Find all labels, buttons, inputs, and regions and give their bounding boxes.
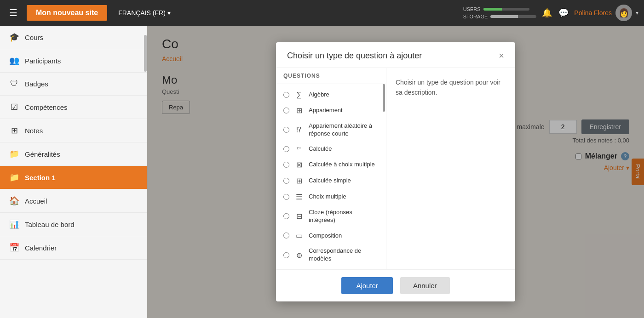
- participants-icon: 👥: [9, 56, 19, 66]
- main-layout: 🎓 Cours 👥 Participants 🛡 Badges ☑ Compét…: [0, 26, 644, 318]
- topnav-icons: 🔔 💬: [542, 8, 569, 18]
- appariement-aleatoire-icon: ⁉: [294, 125, 304, 134]
- sidebar-item-participants[interactable]: 👥 Participants: [0, 49, 147, 73]
- modal-item-appariement-aleatoire[interactable]: ⁉ Appariement aléatoire à réponse courte: [276, 119, 386, 142]
- sidebar-item-badges-label: Badges: [25, 80, 48, 88]
- modal-item-appariement[interactable]: ⊞ Appariement: [276, 102, 386, 119]
- modal-close-button[interactable]: ×: [499, 51, 504, 61]
- users-label: USERS: [463, 6, 481, 12]
- modal-item-algebre[interactable]: ∑ Algèbre: [276, 87, 386, 102]
- sidebar: 🎓 Cours 👥 Participants 🛡 Badges ☑ Compét…: [0, 26, 147, 318]
- storage-progress-bar: [490, 15, 536, 18]
- content-area: Co Accueil Mo Questi Repa Note maximale …: [147, 26, 644, 318]
- calculee-icon: ²⁺: [294, 146, 304, 152]
- modal-description: Choisir un type de question pour voir sa…: [396, 77, 506, 98]
- algebre-icon: ∑: [294, 91, 304, 99]
- modal-item-calculee-choix[interactable]: ⊠ Calculée à choix multiple: [276, 157, 386, 173]
- choix-multiple-icon: ☰: [294, 193, 304, 201]
- appariement-radio[interactable]: [283, 108, 289, 114]
- modal-questions-list: ∑ Algèbre ⊞ Appariement ⁉ Appariement al…: [276, 84, 386, 269]
- modal-description-panel: Choisir un type de question pour voir sa…: [386, 68, 515, 269]
- sidebar-item-accueil-label: Accueil: [25, 197, 47, 205]
- calculee-simple-radio[interactable]: [283, 178, 289, 184]
- calculee-simple-icon: ⊞: [294, 176, 304, 185]
- tableau-icon: 📊: [9, 219, 19, 229]
- modal-title: Choisir un type de question à ajouter: [287, 51, 422, 61]
- modal-header: Choisir un type de question à ajouter ×: [276, 42, 515, 68]
- modal-item-choix-multiple[interactable]: ☰ Choix multiple: [276, 189, 386, 205]
- modal-question-type: Choisir un type de question à ajouter × …: [276, 42, 515, 301]
- composition-radio[interactable]: [283, 233, 289, 238]
- calculee-radio[interactable]: [283, 146, 289, 152]
- notes-icon: ⊞: [9, 125, 19, 136]
- appariement-icon: ⊞: [294, 106, 304, 115]
- calculee-choix-icon: ⊠: [294, 160, 304, 169]
- sidebar-item-generalites-label: Généralités: [25, 150, 60, 158]
- correspondance-icon: ⊜: [294, 251, 304, 260]
- hamburger-button[interactable]: ☰: [6, 4, 21, 22]
- generalites-icon: 📁: [9, 149, 19, 159]
- modal-questions-panel: QUESTIONS ∑ Algèbre ⊞ Appariement: [276, 68, 386, 269]
- appariement-aleatoire-radio[interactable]: [283, 127, 289, 133]
- modal-questions-header: QUESTIONS: [276, 68, 386, 84]
- sidebar-item-accueil[interactable]: 🏠 Accueil: [0, 189, 147, 213]
- username-label: Polina Flores: [574, 9, 612, 17]
- modal-item-cloze[interactable]: ⊟ Cloze (réponses intégrées): [276, 205, 386, 228]
- sidebar-item-competences-label: Compétences: [25, 103, 68, 111]
- sidebar-item-calendrier[interactable]: 📅 Calendrier: [0, 236, 147, 260]
- calendrier-icon: 📅: [9, 243, 19, 253]
- correspondance-label: Correspondance de modèles: [309, 247, 379, 263]
- avatar: 👩: [615, 5, 632, 21]
- bell-icon[interactable]: 🔔: [542, 8, 552, 18]
- calculee-choix-label: Calculée à choix multiple: [309, 161, 375, 169]
- sidebar-item-cours-label: Cours: [25, 34, 43, 41]
- accueil-icon: 🏠: [9, 196, 19, 206]
- composition-label: Composition: [309, 232, 342, 239]
- cloze-icon: ⊟: [294, 212, 304, 221]
- modal-body: QUESTIONS ∑ Algèbre ⊞ Appariement: [276, 68, 515, 269]
- sidebar-item-cours[interactable]: 🎓 Cours: [0, 26, 147, 49]
- sidebar-item-section1[interactable]: 📁 Section 1: [0, 166, 147, 189]
- sidebar-item-notes[interactable]: ⊞ Notes: [0, 119, 147, 142]
- modal-cancel-button[interactable]: Annuler: [400, 277, 450, 294]
- cours-icon: 🎓: [9, 32, 19, 42]
- modal-footer: Ajouter Annuler: [276, 269, 515, 301]
- algebre-radio[interactable]: [283, 91, 289, 97]
- appariement-aleatoire-label: Appariement aléatoire à réponse courte: [309, 122, 379, 138]
- choix-multiple-radio[interactable]: [283, 194, 289, 200]
- language-caret-icon: ▾: [167, 9, 171, 17]
- sidebar-item-badges[interactable]: 🛡 Badges: [0, 73, 147, 96]
- modal-item-composition[interactable]: ▭ Composition: [276, 227, 386, 244]
- modal-item-calculee[interactable]: ²⁺ Calculée: [276, 142, 386, 157]
- user-caret-icon: ▾: [636, 10, 638, 16]
- users-storage-info: USERS STORAGE: [463, 6, 537, 19]
- sidebar-item-competences[interactable]: ☑ Compétences: [0, 96, 147, 119]
- chat-icon[interactable]: 💬: [558, 8, 569, 18]
- sidebar-item-notes-label: Notes: [25, 127, 43, 135]
- modal-list-scrollbar[interactable]: [383, 84, 385, 112]
- topnav: ☰ Mon nouveau site FRANÇAIS (FR) ▾ USERS…: [0, 0, 644, 26]
- language-selector[interactable]: FRANÇAIS (FR) ▾: [118, 9, 171, 17]
- site-name: Mon nouveau site: [27, 5, 107, 21]
- cloze-radio[interactable]: [283, 213, 289, 219]
- calculee-choix-radio[interactable]: [283, 162, 289, 168]
- sidebar-item-section1-label: Section 1: [25, 174, 56, 182]
- composition-icon: ▭: [294, 231, 304, 240]
- appariement-label: Appariement: [309, 107, 343, 114]
- sidebar-item-participants-label: Participants: [25, 57, 61, 65]
- cloze-label: Cloze (réponses intégrées): [309, 209, 379, 224]
- calculee-simple-label: Calculée simple: [309, 177, 351, 185]
- correspondance-radio[interactable]: [283, 252, 289, 258]
- sidebar-item-generalites[interactable]: 📁 Généralités: [0, 142, 147, 166]
- sidebar-item-calendrier-label: Calendrier: [25, 244, 57, 252]
- modal-item-correspondance[interactable]: ⊜ Correspondance de modèles: [276, 244, 386, 267]
- sidebar-item-tableau-label: Tableau de bord: [25, 221, 75, 228]
- sidebar-item-tableau[interactable]: 📊 Tableau de bord: [0, 213, 147, 236]
- modal-item-calculee-simple[interactable]: ⊞ Calculée simple: [276, 173, 386, 189]
- competences-icon: ☑: [9, 102, 19, 112]
- choix-multiple-label: Choix multiple: [309, 193, 346, 201]
- sidebar-scrollbar[interactable]: [144, 35, 147, 72]
- users-progress-bar: [483, 8, 529, 11]
- user-menu[interactable]: Polina Flores 👩 ▾: [574, 5, 638, 21]
- modal-add-button[interactable]: Ajouter: [341, 277, 393, 294]
